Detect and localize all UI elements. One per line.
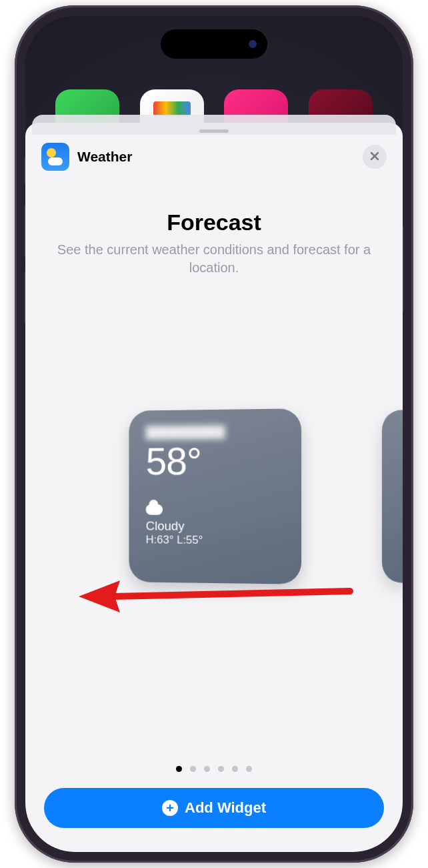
page-dot[interactable] <box>176 766 182 772</box>
next-widget-peek[interactable] <box>382 409 403 584</box>
page-dot[interactable] <box>246 766 252 772</box>
page-dot[interactable] <box>232 766 238 772</box>
phone-screen: Weather Forecast See the current weather… <box>25 16 403 852</box>
page-dot[interactable] <box>218 766 224 772</box>
add-widget-label: Add Widget <box>185 799 266 817</box>
page-dot[interactable] <box>190 766 196 772</box>
swipe-left-arrow-annotation <box>73 576 353 616</box>
page-indicator[interactable] <box>25 766 403 772</box>
app-title: Weather <box>77 149 132 165</box>
heading-block: Forecast See the current weather conditi… <box>52 209 376 277</box>
phone-frame: Weather Forecast See the current weather… <box>15 5 413 863</box>
widget-title: Forecast <box>52 209 376 236</box>
plus-circle-icon: + <box>162 800 178 816</box>
weather-app-icon <box>41 143 69 171</box>
close-button[interactable] <box>363 145 387 169</box>
app-badge: Weather <box>41 143 132 171</box>
sheet-header: Weather <box>41 143 387 171</box>
widget-subtitle: See the current weather conditions and f… <box>52 241 376 277</box>
page-dot[interactable] <box>204 766 210 772</box>
widget-condition: Cloudy <box>146 519 284 534</box>
close-icon <box>370 150 379 164</box>
widget-temperature: 58° <box>146 441 284 480</box>
widget-location: ██████████ <box>146 425 284 440</box>
sheet-grabber[interactable] <box>199 129 229 133</box>
cloud-icon <box>146 504 163 515</box>
widget-picker-sheet: Weather Forecast See the current weather… <box>25 123 403 852</box>
widget-temp-range: H:63° L:55° <box>146 533 284 547</box>
dynamic-island <box>161 29 267 59</box>
weather-widget-small[interactable]: ██████████ 58° Cloudy H:63° L:55° <box>129 408 301 584</box>
add-widget-button[interactable]: + Add Widget <box>44 788 384 828</box>
